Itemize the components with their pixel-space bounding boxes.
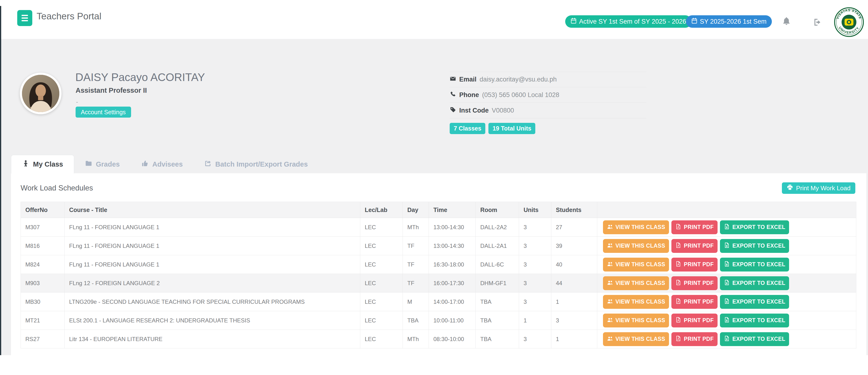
file-pdf-icon [675, 298, 681, 306]
action-button-label: PRINT PDF [684, 299, 714, 305]
row-actions-cell: VIEW THIS CLASSPRINT PDFEXPORT TO EXCEL [597, 330, 856, 348]
action-button-label: VIEW THIS CLASS [615, 243, 665, 249]
classes-count-badge[interactable]: 7 Classes [450, 123, 485, 134]
tab-advisees[interactable]: Advisees [131, 155, 193, 173]
print-pdf-button[interactable]: PRINT PDF [672, 220, 718, 234]
tab-label: Grades [96, 160, 120, 168]
day-cell: TF [403, 237, 429, 255]
print-pdf-button[interactable]: PRINT PDF [672, 332, 718, 346]
table-row: M903 FLng 12 - FOREIGN LANGUAGE 2 LEC TF… [21, 274, 856, 293]
day-cell: TBA [403, 311, 429, 330]
action-button-label: PRINT PDF [684, 336, 714, 342]
table-header-row: OfferNoCourse - TitleLec/LabDayTimeRoomU… [21, 202, 856, 218]
tab-grades[interactable]: Grades [74, 155, 131, 173]
print-workload-label: Print My Work Load [796, 184, 850, 192]
units-cell: 3 [519, 218, 551, 237]
row-actions-cell: VIEW THIS CLASSPRINT PDFEXPORT TO EXCEL [597, 218, 856, 237]
tab-my-class[interactable]: My Class [11, 155, 74, 173]
email-value: daisy.acoritay@vsu.edu.ph [479, 76, 557, 83]
lec-lab-cell: LEC [360, 330, 403, 348]
share-square-icon [204, 160, 212, 169]
export-to-excel-button[interactable]: EXPORT TO EXCEL [720, 332, 789, 346]
action-button-label: VIEW THIS CLASS [615, 280, 665, 286]
export-to-excel-button[interactable]: EXPORT TO EXCEL [720, 276, 789, 290]
inst-code-value: V00800 [492, 107, 514, 114]
view-this-class-button[interactable]: VIEW THIS CLASS [603, 276, 669, 290]
students-cell: 40 [551, 255, 597, 274]
summary-badges: 7 Classes 19 Total Units [450, 123, 646, 134]
email-label: Email [459, 76, 476, 83]
tab-batch-import-export-grades[interactable]: Batch Import/Export Grades [193, 155, 319, 173]
course-title-cell: FLng 11 - FOREIGN LANGUAGE 1 [65, 237, 360, 255]
view-this-class-button[interactable]: VIEW THIS CLASS [603, 258, 669, 272]
tag-icon [450, 106, 456, 114]
print-workload-button[interactable]: Print My Work Load [782, 182, 855, 194]
time-cell: 16:00-17:30 [429, 274, 476, 293]
printer-icon [787, 184, 793, 192]
action-button-label: PRINT PDF [684, 317, 714, 323]
course-title-cell: ELSt 200.1 - LANGUAGE RESEARCH 2: UNDERG… [65, 311, 360, 330]
course-title-cell: LTNG209e - SECOND LANGUAGE TEACHING FOR … [65, 293, 360, 311]
email-row: Email daisy.acoritay@vsu.edu.ph [450, 72, 646, 87]
print-pdf-button[interactable]: PRINT PDF [672, 239, 718, 253]
column-header-offerno: OfferNo [21, 202, 65, 218]
row-actions-cell: VIEW THIS CLASSPRINT PDFEXPORT TO EXCEL [597, 293, 856, 311]
print-pdf-button[interactable]: PRINT PDF [672, 314, 718, 328]
lec-lab-cell: LEC [360, 218, 403, 237]
action-button-label: VIEW THIS CLASS [615, 224, 665, 230]
course-title-cell: FLng 12 - FOREIGN LANGUAGE 2 [65, 274, 360, 293]
users-icon [607, 279, 613, 287]
workload-table-body: M307 FLng 11 - FOREIGN LANGUAGE 1 LEC MT… [21, 218, 856, 348]
users-icon [607, 335, 613, 343]
export-to-excel-button[interactable]: EXPORT TO EXCEL [720, 314, 789, 328]
logout-icon[interactable] [812, 18, 822, 28]
total-units-badge[interactable]: 19 Total Units [488, 123, 535, 134]
course-title-cell: FLng 11 - FOREIGN LANGUAGE 1 [65, 255, 360, 274]
current-sy-badge[interactable]: SY 2025-2026 1st Sem [686, 15, 772, 28]
action-button-label: EXPORT TO EXCEL [733, 336, 785, 342]
time-cell: 14:00-17:00 [429, 293, 476, 311]
phone-icon [450, 91, 456, 99]
phone-label: Phone [459, 91, 479, 99]
time-cell: 16:30-18:00 [429, 255, 476, 274]
phone-value: (053) 565 0600 Local 1028 [482, 91, 559, 99]
table-row: M307 FLng 11 - FOREIGN LANGUAGE 1 LEC MT… [21, 218, 856, 237]
export-to-excel-button[interactable]: EXPORT TO EXCEL [720, 239, 789, 253]
print-pdf-button[interactable]: PRINT PDF [672, 276, 718, 290]
view-this-class-button[interactable]: VIEW THIS CLASS [603, 314, 669, 328]
workload-heading: Work Load Schedules [21, 184, 93, 193]
view-this-class-button[interactable]: VIEW THIS CLASS [603, 220, 669, 234]
university-logo: VISAYAS STATE UNIVERSITY [834, 7, 864, 37]
calendar-icon [691, 18, 698, 26]
action-button-label: EXPORT TO EXCEL [733, 299, 785, 305]
students-cell: 1 [551, 330, 597, 348]
time-cell: 13:00-14:30 [429, 218, 476, 237]
action-button-label: EXPORT TO EXCEL [733, 261, 785, 268]
view-this-class-button[interactable]: VIEW THIS CLASS [603, 332, 669, 346]
lec-lab-cell: LEC [360, 311, 403, 330]
export-to-excel-button[interactable]: EXPORT TO EXCEL [720, 220, 789, 234]
action-button-label: PRINT PDF [684, 280, 714, 286]
units-cell: 3 [519, 293, 551, 311]
view-this-class-button[interactable]: VIEW THIS CLASS [603, 295, 669, 309]
collapsed-sidebar[interactable] [0, 6, 1, 355]
account-settings-button[interactable]: Account Settings [75, 107, 131, 117]
folder-icon [85, 160, 92, 169]
print-pdf-button[interactable]: PRINT PDF [672, 295, 718, 309]
hamburger-icon [22, 15, 28, 16]
users-icon [607, 242, 613, 250]
file-excel-icon [724, 317, 730, 324]
active-sy-badge[interactable]: Active SY 1st Sem of SY 2025 - 2026 [565, 15, 691, 28]
contact-info-panel: Email daisy.acoritay@vsu.edu.ph Phone (0… [450, 72, 646, 134]
export-to-excel-button[interactable]: EXPORT TO EXCEL [720, 295, 789, 309]
view-this-class-button[interactable]: VIEW THIS CLASS [603, 239, 669, 253]
export-to-excel-button[interactable]: EXPORT TO EXCEL [720, 258, 789, 272]
menu-toggle-button[interactable] [17, 10, 32, 26]
table-row: MB30 LTNG209e - SECOND LANGUAGE TEACHING… [21, 293, 856, 311]
offer-no-cell: M903 [21, 274, 65, 293]
offer-no-cell: M816 [21, 237, 65, 255]
avatar[interactable] [20, 73, 61, 114]
notifications-bell-icon[interactable] [782, 16, 791, 27]
print-pdf-button[interactable]: PRINT PDF [672, 258, 718, 272]
tab-label: Batch Import/Export Grades [215, 160, 308, 168]
